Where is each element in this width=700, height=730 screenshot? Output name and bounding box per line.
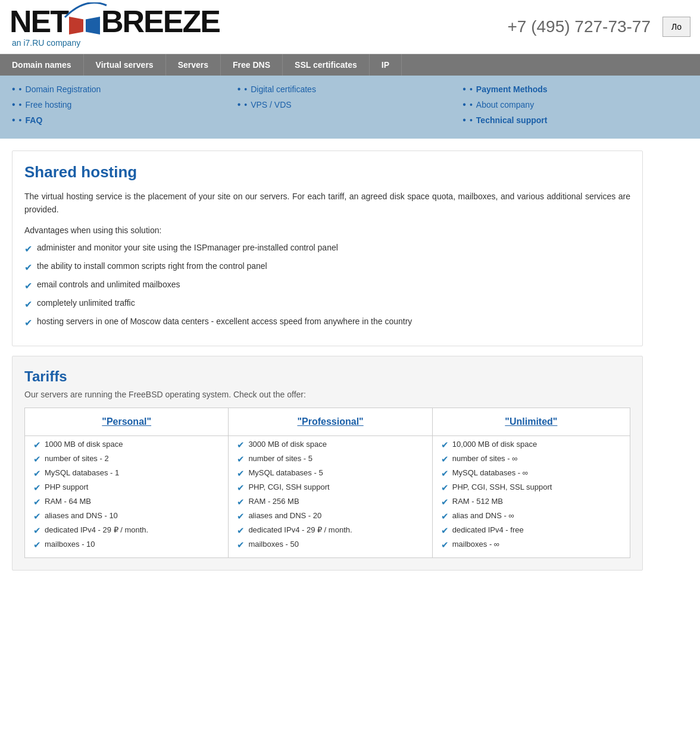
tariff-header-row: "Personal""Professional""Unlimited" [25, 408, 630, 436]
tariff-feature-item: ✔number of sites - ∞ [441, 454, 621, 465]
subnav-col1: •Domain Registration•Free hosting•FAQ [12, 84, 238, 130]
feature-text: alias and DNS - ∞ [452, 511, 514, 520]
navbar: Domain namesVirtual serversServersFree D… [0, 54, 700, 76]
checkmark-icon: ✔ [24, 261, 32, 275]
advantage-item: ✔administer and monitor your site using … [24, 242, 630, 256]
header: NET BREEZE an i7.RU company +7 (495) 727… [0, 0, 700, 54]
tariff-feature-item: ✔MySQL databases - 5 [237, 468, 423, 479]
checkmark-icon: ✔ [441, 497, 449, 507]
subnav-link[interactable]: Digital certificates [251, 84, 316, 94]
feature-text: 1000 MB of disk space [45, 440, 123, 449]
feature-text: MySQL databases - ∞ [452, 468, 528, 477]
feature-text: dedicated IPv4 - 29 ₽ / month. [248, 525, 352, 534]
logo-icon [68, 8, 101, 35]
tariff-feature-item: ✔RAM - 64 MB [33, 497, 220, 507]
bullet-icon: • [244, 84, 247, 94]
checkmark-icon: ✔ [441, 511, 449, 522]
checkmark-icon: ✔ [33, 540, 41, 550]
checkmark-icon: ✔ [441, 468, 449, 479]
feature-text: dedicated IPv4 - 29 ₽ / month. [45, 525, 148, 534]
feature-text: number of sites - 5 [248, 454, 312, 463]
subnav-item-0[interactable]: •Digital certificates [238, 84, 463, 95]
subnav-link[interactable]: Payment Methods [476, 84, 548, 94]
checkmark-icon: ✔ [237, 483, 245, 493]
bullet-icon: • [19, 100, 22, 109]
subnav-col2: •Digital certificates•VPS / VDS [238, 84, 463, 130]
phone: +7 (495) 727-73-77 [508, 17, 651, 36]
logo-net: NET [10, 6, 68, 37]
tariff-plan-link[interactable]: "Unlimited" [505, 416, 557, 427]
checkmark-icon: ✔ [441, 525, 449, 536]
checkmark-icon: ✔ [33, 497, 41, 507]
tariff-feature-item: ✔dedicated IPv4 - 29 ₽ / month. [33, 525, 220, 536]
feature-text: RAM - 256 MB [248, 497, 299, 506]
checkmark-icon: ✔ [33, 468, 41, 479]
tariff-feature-item: ✔mailboxes - ∞ [441, 540, 621, 550]
tariff-plan-link[interactable]: "Professional" [297, 416, 363, 427]
subnav-item-1[interactable]: •Free hosting [12, 99, 238, 110]
shared-hosting-title: Shared hosting [24, 163, 630, 181]
subnav-item-1[interactable]: •About company [462, 99, 688, 110]
feature-text: mailboxes - ∞ [452, 540, 499, 549]
tariffs-subtitle: Our servers are running the FreeBSD oper… [24, 390, 630, 399]
nav-item-free-dns[interactable]: Free DNS [221, 54, 283, 76]
tariff-feature-item: ✔PHP, CGI, SSH, SSL support [441, 483, 621, 493]
tariff-col-0: ✔1000 MB of disk space✔number of sites -… [25, 436, 229, 558]
advantage-text: administer and monitor your site using t… [37, 242, 338, 254]
subnav-item-2[interactable]: •FAQ [12, 115, 238, 126]
nav-item-virtual-servers[interactable]: Virtual servers [84, 54, 166, 76]
tariff-body-row: ✔1000 MB of disk space✔number of sites -… [25, 436, 630, 558]
subnav-item-0[interactable]: •Payment Methods [462, 84, 688, 95]
tariff-feature-item: ✔3000 MB of disk space [237, 440, 423, 450]
bullet-icon: • [470, 84, 473, 94]
tariff-feature-item: ✔dedicated IPv4 - 29 ₽ / month. [237, 525, 423, 536]
feature-text: aliases and DNS - 10 [45, 511, 118, 520]
subnav: •Domain Registration•Free hosting•FAQ •D… [0, 76, 700, 139]
checkmark-icon: ✔ [441, 540, 449, 550]
shared-hosting-description: The virtual hosting service is the place… [24, 190, 630, 217]
checkmark-icon: ✔ [33, 440, 41, 450]
tariff-feature-item: ✔1000 MB of disk space [33, 440, 220, 450]
tariff-feature-item: ✔PHP support [33, 483, 220, 493]
subnav-link[interactable]: About company [476, 100, 534, 109]
subnav-link[interactable]: Technical support [476, 115, 548, 125]
advantages-list: ✔administer and monitor your site using … [24, 242, 630, 330]
feature-text: MySQL databases - 5 [248, 468, 323, 477]
tariff-col-2: ✔10,000 MB of disk space✔number of sites… [432, 436, 630, 558]
advantage-item: ✔the ability to install common scripts r… [24, 260, 630, 275]
feature-text: PHP, CGI, SSH support [248, 483, 329, 491]
checkmark-icon: ✔ [24, 316, 32, 330]
tariff-feature-item: ✔MySQL databases - 1 [33, 468, 220, 479]
subnav-item-1[interactable]: •VPS / VDS [238, 99, 463, 110]
logo-breeze: BREEZE [101, 6, 220, 37]
checkmark-icon: ✔ [237, 454, 245, 465]
subnav-link[interactable]: FAQ [26, 115, 43, 125]
tariff-col-1: ✔3000 MB of disk space✔number of sites -… [229, 436, 432, 558]
checkmark-icon: ✔ [237, 525, 245, 536]
checkmark-icon: ✔ [33, 511, 41, 522]
subnav-item-2[interactable]: •Technical support [462, 115, 688, 126]
nav-item-servers[interactable]: Servers [166, 54, 221, 76]
tariff-feature-item: ✔PHP, CGI, SSH support [237, 483, 423, 493]
subnav-link[interactable]: Free hosting [26, 100, 72, 109]
feature-text: PHP support [45, 483, 88, 491]
logo-sub: an i7.RU company [12, 38, 508, 48]
subnav-link[interactable]: VPS / VDS [251, 100, 291, 109]
logo-area: NET BREEZE an i7.RU company [10, 6, 508, 48]
checkmark-icon: ✔ [441, 440, 449, 450]
login-button[interactable]: Ло [662, 17, 690, 37]
nav-item-ssl-certificates[interactable]: SSL certificates [283, 54, 370, 76]
tariff-feature-item: ✔number of sites - 2 [33, 454, 220, 465]
checkmark-icon: ✔ [237, 440, 245, 450]
feature-text: mailboxes - 50 [248, 540, 299, 549]
tariff-plan-link[interactable]: "Personal" [102, 416, 151, 427]
tariff-feature-item: ✔dedicated IPv4 - free [441, 525, 621, 536]
nav-item-domain-names[interactable]: Domain names [0, 54, 84, 76]
subnav-link[interactable]: Domain Registration [26, 84, 101, 94]
subnav-item-0[interactable]: •Domain Registration [12, 84, 238, 95]
nav-item-ip[interactable]: IP [370, 54, 402, 76]
advantages-label: Advantages when using this solution: [24, 224, 630, 237]
tariff-feature-item: ✔MySQL databases - ∞ [441, 468, 621, 479]
checkmark-icon: ✔ [33, 483, 41, 493]
feature-text: number of sites - 2 [45, 454, 109, 463]
